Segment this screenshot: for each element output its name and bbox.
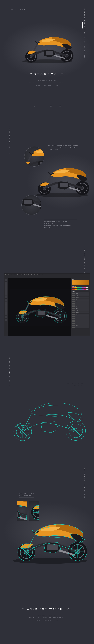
text-tool-icon[interactable] <box>5 310 8 312</box>
ps-canvas[interactable] <box>8 278 71 336</box>
ps-layer-row[interactable]: fairing-sh <box>72 296 89 298</box>
swatch[interactable] <box>86 287 87 288</box>
ps-layer-row[interactable]: swing-arm <box>72 312 89 314</box>
eye-icon[interactable] <box>72 312 74 313</box>
swatch[interactable] <box>84 288 86 290</box>
wand-tool-icon[interactable] <box>5 287 8 290</box>
eye-icon[interactable] <box>72 301 74 302</box>
ps-layer-row[interactable]: fairing-hl <box>72 294 89 296</box>
gradient-tool-icon[interactable] <box>5 304 8 307</box>
eye-icon[interactable] <box>72 327 74 328</box>
swatch[interactable] <box>86 288 87 290</box>
motorcycle-local-image <box>31 160 92 199</box>
swatch[interactable] <box>74 288 75 290</box>
eye-icon[interactable] <box>72 299 74 300</box>
ps-layer-row[interactable]: wheel-r <box>72 316 89 318</box>
hand-tool-icon[interactable] <box>5 316 8 318</box>
year-label: 2017 <box>9 10 28 12</box>
eye-icon[interactable] <box>72 295 74 296</box>
ps-layer-row[interactable]: frame-02 <box>72 303 89 305</box>
shape-tool-icon[interactable] <box>5 313 8 316</box>
brush-tool-icon[interactable] <box>5 296 8 298</box>
swatch[interactable] <box>81 287 82 288</box>
eye-icon[interactable] <box>72 303 74 304</box>
eye-icon[interactable] <box>72 320 74 322</box>
eye-icon[interactable] <box>72 314 74 315</box>
ps-menu-view[interactable]: View <box>34 274 36 275</box>
swatch[interactable] <box>79 287 80 288</box>
zoom-tool-icon[interactable] <box>5 318 8 321</box>
ps-layer-row[interactable]: wheel-f <box>72 314 89 316</box>
ps-swatches-panel: Swatches <box>71 286 90 290</box>
color-preview[interactable] <box>72 280 89 285</box>
eye-icon[interactable] <box>72 310 74 311</box>
eye-icon[interactable] <box>72 297 74 298</box>
ps-layer-row[interactable]: tire-r <box>72 320 89 322</box>
ps-layer-row[interactable]: body-top <box>72 292 89 294</box>
ps-menu-layer[interactable]: Layer <box>18 274 20 275</box>
section-title-layered: LAYED DISPLAY DETAILS <box>84 249 85 276</box>
ps-right-panels: Color Swatches Layers body-topfairing-hl… <box>71 278 90 336</box>
ps-layer-row[interactable]: engine-a <box>72 305 89 307</box>
ps-layer-row[interactable]: bg <box>72 326 89 328</box>
crop-tool-icon[interactable] <box>5 290 8 293</box>
swatch[interactable] <box>75 287 77 288</box>
anno2-line2: MOST DETAILS SHOW LIGHT AND STRONG TEXTU… <box>44 225 77 229</box>
layer-name: fairing-hl <box>75 295 78 296</box>
ps-layer-row[interactable]: disc-f <box>72 322 89 324</box>
move-tool-icon[interactable] <box>5 279 8 281</box>
lasso-tool-icon[interactable] <box>5 284 8 287</box>
swatch[interactable] <box>75 288 77 290</box>
ps-menu-type[interactable]: Type <box>21 274 23 275</box>
ps-layer-row[interactable]: exhaust <box>72 309 89 311</box>
ps-layer-row[interactable]: shadow <box>72 324 89 326</box>
ps-menu-3d[interactable]: 3D <box>31 274 33 275</box>
layer-thumb-icon <box>74 325 75 326</box>
ps-layer-row[interactable]: frame-01 <box>72 301 89 303</box>
ps-menu-ps[interactable]: PS <box>5 274 7 275</box>
ps-menu-help[interactable]: Help <box>42 274 43 275</box>
ps-menu-edit[interactable]: Edit <box>11 274 12 275</box>
swatch[interactable] <box>82 288 84 290</box>
swatch[interactable] <box>72 288 74 290</box>
swatch[interactable] <box>79 288 80 290</box>
ps-layer-row[interactable]: engine-b <box>72 307 89 309</box>
section-title-local: LOCAL DISPLAY DETAILS <box>9 127 10 154</box>
layer-name: engine-b <box>75 308 78 308</box>
layer-thumb-icon <box>74 293 75 294</box>
swatch[interactable] <box>77 287 79 288</box>
hero-line1: 1:30, 570 IN A LIFETIME <box>0 79 94 82</box>
eye-icon[interactable] <box>72 306 74 307</box>
swatch[interactable] <box>88 288 89 290</box>
ps-layer-row[interactable]: tank <box>72 299 89 301</box>
eye-icon[interactable] <box>72 318 74 320</box>
eyedropper-tool-icon[interactable] <box>5 293 8 296</box>
eye-icon[interactable] <box>72 316 74 317</box>
ps-menu-window[interactable]: Window <box>37 274 40 275</box>
swatch[interactable] <box>72 287 74 288</box>
eye-icon[interactable] <box>72 322 74 324</box>
clone-tool-icon[interactable] <box>5 299 8 301</box>
linear-structure-section: LINEAR STRUCTURE DETAILS WONDERFUL LINEA… <box>0 349 94 461</box>
layer-thumb-icon <box>74 306 75 307</box>
eye-icon[interactable] <box>72 308 74 309</box>
num-04: 04 <box>59 105 61 107</box>
works-label: HAND PAINTED WORKS <box>9 8 28 10</box>
ps-layer-row[interactable]: tire-f <box>72 318 89 320</box>
ps-menu-image[interactable]: Image <box>14 274 16 275</box>
eye-icon[interactable] <box>72 325 74 326</box>
swatch[interactable] <box>82 287 84 288</box>
pen-tool-icon[interactable] <box>5 307 8 310</box>
swatch[interactable] <box>81 288 82 290</box>
swatch[interactable] <box>88 287 89 288</box>
ps-menu-filter[interactable]: Filter <box>28 274 30 275</box>
swatch[interactable] <box>84 287 86 288</box>
swatch[interactable] <box>74 287 75 288</box>
eraser-tool-icon[interactable] <box>5 302 8 304</box>
swatch[interactable] <box>77 288 79 290</box>
ps-menu-file[interactable]: File <box>8 274 9 275</box>
layer-thumb-icon <box>74 303 75 304</box>
marquee-tool-icon[interactable] <box>5 282 8 284</box>
eye-icon[interactable] <box>72 293 74 294</box>
ps-menu-select[interactable]: Select <box>24 274 27 275</box>
